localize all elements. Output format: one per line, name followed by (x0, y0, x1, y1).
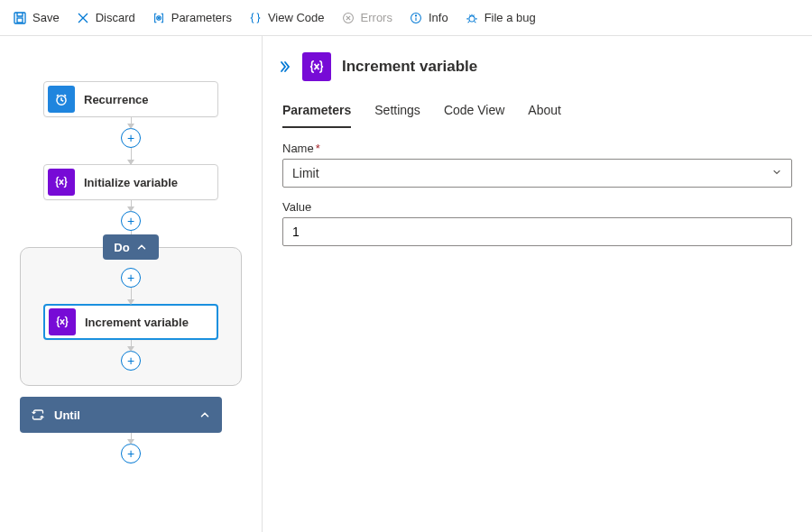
do-header[interactable]: Do (103, 234, 159, 260)
connector (131, 117, 132, 128)
name-value: Limit (292, 166, 319, 180)
connector (131, 340, 132, 351)
connector (131, 433, 132, 444)
node-increment-variable[interactable]: Increment variable (43, 304, 218, 340)
collapse-panel-button[interactable] (275, 58, 293, 76)
node-recurrence[interactable]: Recurrence (43, 81, 218, 117)
braces-icon (248, 11, 263, 25)
parameters-label: Parameters (171, 11, 232, 24)
svg-point-6 (469, 15, 475, 21)
do-label: Do (114, 241, 129, 254)
tab-parameters[interactable]: Parameters (282, 103, 351, 128)
parameters-icon (152, 11, 166, 25)
do-until-container: Do + Incremen (20, 247, 242, 433)
file-bug-button[interactable]: File a bug (457, 6, 543, 30)
panel-header: Increment variable (263, 36, 812, 87)
designer-canvas[interactable]: Recurrence + Initialize variable + (0, 36, 262, 532)
add-step-button[interactable]: + (121, 268, 141, 288)
until-label: Until (54, 408, 80, 422)
connector (131, 148, 132, 164)
loop-body: + Increment variable + (20, 247, 242, 386)
info-button[interactable]: Info (401, 6, 456, 30)
save-button[interactable]: Save (5, 6, 67, 30)
discard-button[interactable]: Discard (69, 6, 143, 30)
name-dropdown[interactable]: Limit (282, 159, 792, 188)
add-step-button[interactable]: + (121, 444, 141, 463)
until-bar[interactable]: Until (20, 397, 222, 433)
chevron-down-icon (771, 166, 782, 180)
add-step-button[interactable]: + (121, 128, 141, 148)
node-recurrence-label: Recurrence (84, 93, 149, 106)
node-increment-variable-label: Increment variable (85, 316, 189, 329)
svg-point-5 (415, 14, 416, 15)
clock-icon (48, 86, 75, 113)
node-initialize-variable-label: Initialize variable (84, 176, 178, 189)
value-field-label: Value (282, 200, 792, 214)
panel-tabs: Parameters Settings Code View About (263, 87, 812, 129)
info-icon (409, 11, 423, 25)
details-panel: Increment variable Parameters Settings C… (262, 36, 812, 532)
errors-button: Errors (334, 6, 400, 30)
connector (131, 200, 132, 211)
save-icon (13, 11, 27, 25)
discard-icon (76, 11, 90, 25)
tab-settings[interactable]: Settings (374, 103, 420, 128)
name-field-label: Name* (282, 142, 792, 155)
parameters-form: Name* Limit Value (263, 129, 812, 259)
node-initialize-variable[interactable]: Initialize variable (43, 164, 218, 200)
errors-icon (341, 11, 355, 25)
svg-rect-1 (17, 18, 23, 23)
variable-icon (49, 308, 76, 335)
errors-label: Errors (361, 11, 392, 24)
add-step-button[interactable]: + (121, 211, 141, 231)
tab-code-view[interactable]: Code View (444, 103, 504, 128)
workspace: Recurrence + Initialize variable + (0, 36, 812, 532)
bug-icon (465, 11, 479, 25)
loop-icon (31, 408, 45, 422)
chevron-up-icon (198, 408, 211, 421)
add-step-button[interactable]: + (121, 351, 141, 371)
view-code-button[interactable]: View Code (241, 6, 332, 30)
value-input[interactable] (282, 217, 792, 246)
save-label: Save (32, 11, 60, 24)
panel-title: Increment variable (342, 58, 477, 76)
chevron-up-icon (135, 241, 148, 253)
parameters-button[interactable]: Parameters (144, 6, 239, 30)
tab-about[interactable]: About (528, 103, 561, 128)
connector (131, 288, 132, 304)
info-label: Info (429, 11, 448, 24)
variable-icon (302, 52, 331, 81)
view-code-label: View Code (268, 11, 325, 24)
variable-icon (48, 169, 75, 196)
discard-label: Discard (96, 11, 135, 24)
file-bug-label: File a bug (484, 11, 536, 24)
command-bar: Save Discard Parameters View Code Errors (0, 0, 812, 36)
